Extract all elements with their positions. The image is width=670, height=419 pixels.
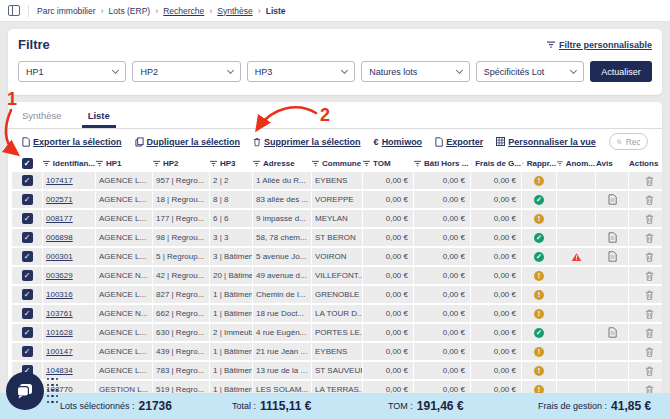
column-header-commune[interactable]: Commune <box>312 159 362 168</box>
trash-icon[interactable] <box>645 271 654 281</box>
row-checkbox[interactable]: ✓ <box>22 289 33 300</box>
delete-selection-button[interactable]: Supprimer la sélection <box>253 137 361 147</box>
breadcrumb-lots-erp[interactable]: Lots (ERP) <box>109 6 151 16</box>
lot-id-link[interactable]: 107417 <box>46 176 73 185</box>
homiwoo-button[interactable]: € Homiwoo <box>374 137 423 147</box>
column-header-hp2[interactable]: HP2 <box>153 159 209 168</box>
cell-hp3: 1 | Bâtiment... <box>210 343 252 360</box>
funnel-icon[interactable] <box>471 160 472 167</box>
breadcrumb-parc-immobilier[interactable]: Parc immobilier <box>37 6 96 16</box>
row-checkbox[interactable]: ✓ <box>22 346 33 357</box>
breadcrumb-recherche[interactable]: Recherche <box>163 6 204 16</box>
funnel-icon[interactable] <box>557 160 563 167</box>
document-icon[interactable] <box>608 251 617 262</box>
row-checkbox[interactable]: ✓ <box>22 251 33 262</box>
funnel-icon[interactable] <box>414 160 421 167</box>
dropdown-specificites-lot[interactable]: Spécificités Lot <box>476 61 584 82</box>
trash-icon[interactable] <box>645 309 654 319</box>
tab-synthese[interactable]: Synthèse <box>22 110 62 128</box>
trash-icon[interactable] <box>645 328 654 338</box>
lot-id-link[interactable]: 100147 <box>46 347 73 356</box>
funnel-icon[interactable] <box>153 160 160 167</box>
cell-hp1: AGENCE L... <box>96 172 152 189</box>
funnel-icon[interactable] <box>363 160 370 167</box>
export-selection-button[interactable]: Exporter la sélection <box>22 137 122 147</box>
document-icon[interactable] <box>608 194 617 205</box>
cell-hp1: AGENCE L... <box>96 229 152 246</box>
duplicate-selection-button[interactable]: Dupliquer la sélection <box>135 137 241 147</box>
breadcrumb-synthese[interactable]: Synthèse <box>217 6 252 16</box>
trash-icon[interactable] <box>645 347 654 357</box>
lot-id-link[interactable]: 006898 <box>46 233 73 242</box>
dropdown-hp3[interactable]: HP3 <box>247 61 355 82</box>
column-header-bati[interactable]: Bâti Hors ... <box>414 159 470 168</box>
custom-filter-link[interactable]: Filtre personnalisable <box>547 40 652 50</box>
trash-icon[interactable] <box>645 195 654 205</box>
row-checkbox[interactable]: ✓ <box>22 213 33 224</box>
trash-icon[interactable] <box>645 214 654 224</box>
column-header-anom[interactable]: Anom... <box>557 159 595 168</box>
lots-selected: Lots sélectionnés :21736 <box>60 393 172 419</box>
table-row: ✓003629AGENCE N...42 | Regrou...20 | Bât… <box>12 267 658 284</box>
funnel-icon[interactable] <box>210 160 217 167</box>
column-header-hp1[interactable]: HP1 <box>96 159 152 168</box>
lot-id-link[interactable]: 002571 <box>46 195 73 204</box>
cell-cb: ✓ <box>12 229 42 246</box>
tab-liste[interactable]: Liste <box>88 110 110 128</box>
refresh-button[interactable]: Actualiser <box>590 61 652 82</box>
trash-icon[interactable] <box>645 233 654 243</box>
search-input[interactable] <box>626 137 640 147</box>
cell-adresse: 49 avenue d... <box>253 267 311 284</box>
cell-commune: LA TOUR D... <box>312 305 362 322</box>
cell-hp2: 439 | Regro... <box>153 343 209 360</box>
column-header-actions[interactable]: Actions <box>629 159 662 168</box>
cell-anom <box>557 267 595 284</box>
lot-id-link[interactable]: 103761 <box>46 309 73 318</box>
row-checkbox[interactable]: ✓ <box>22 270 33 281</box>
sidebar-toggle-icon[interactable] <box>8 5 20 16</box>
export-button[interactable]: Exporter <box>435 137 483 147</box>
lot-id-link[interactable]: 008177 <box>46 214 73 223</box>
lot-id-link[interactable]: 100316 <box>46 290 73 299</box>
row-checkbox[interactable]: ✓ <box>22 232 33 243</box>
cell-hp1: AGENCE L... <box>96 324 152 341</box>
cell-rappr: ✓ <box>522 191 556 208</box>
cell-avis <box>596 286 628 303</box>
column-header-adresse[interactable]: Adresse <box>253 159 311 168</box>
funnel-icon[interactable] <box>253 160 260 167</box>
column-header-frais[interactable]: Frais de G... <box>471 159 521 168</box>
lot-id-link[interactable]: 003629 <box>46 271 73 280</box>
dropdown-natures-lots[interactable]: Natures lots <box>361 61 469 82</box>
chat-widget-button[interactable] <box>6 372 44 410</box>
trash-icon[interactable] <box>645 252 654 262</box>
lot-id-link[interactable]: 104834 <box>46 366 73 375</box>
customize-view-button[interactable]: Personnaliser la vue <box>496 137 596 147</box>
select-all-checkbox[interactable]: ✓ <box>22 158 33 169</box>
column-header-id[interactable]: Identifian... <box>43 159 95 168</box>
dropdown-hp1[interactable]: HP1 <box>18 61 126 82</box>
column-header-hp3[interactable]: HP3 <box>210 159 252 168</box>
document-icon[interactable] <box>608 232 617 243</box>
funnel-icon[interactable] <box>43 160 50 167</box>
column-header-avis[interactable]: Avis <box>596 159 628 168</box>
funnel-icon[interactable] <box>312 160 319 167</box>
funnel-icon[interactable] <box>522 160 524 167</box>
column-header-tom[interactable]: TOM <box>363 159 413 168</box>
cell-tom: 0,00 € <box>363 305 413 322</box>
row-checkbox[interactable]: ✓ <box>22 194 33 205</box>
trash-icon[interactable] <box>645 290 654 300</box>
row-checkbox[interactable]: ✓ <box>22 175 33 186</box>
search-box[interactable] <box>609 133 648 150</box>
cell-actions <box>629 362 662 379</box>
lot-id-link[interactable]: 000301 <box>46 252 73 261</box>
lot-id-link[interactable]: 101628 <box>46 328 73 337</box>
column-header-rappr[interactable]: Rappr... <box>522 159 556 168</box>
dropdown-hp2[interactable]: HP2 <box>132 61 240 82</box>
document-icon[interactable] <box>608 327 617 338</box>
trash-icon[interactable] <box>645 176 654 186</box>
trash-icon[interactable] <box>645 366 654 376</box>
row-checkbox[interactable]: ✓ <box>22 327 33 338</box>
funnel-icon[interactable] <box>96 160 103 167</box>
row-checkbox[interactable]: ✓ <box>22 308 33 319</box>
drag-handle-dots[interactable] <box>47 378 58 404</box>
